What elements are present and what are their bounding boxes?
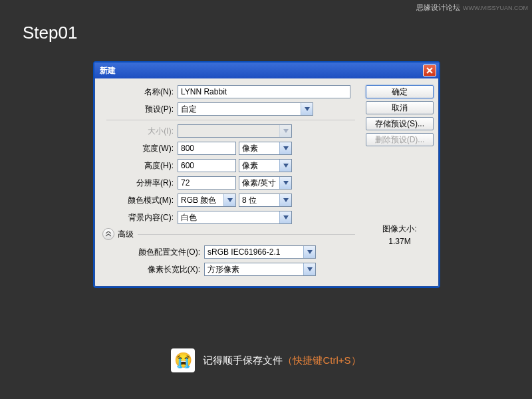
cancel-button[interactable]: 取消 (366, 101, 434, 114)
step-label: Step01 (23, 23, 77, 43)
chevron-down-icon (279, 125, 291, 137)
footer-tip: 😭 记得顺手保存文件（快捷键Ctrl+S） (0, 348, 532, 372)
name-label: 名称(N): (94, 86, 178, 98)
chevron-down-icon (279, 142, 291, 154)
advanced-label: 高级 (118, 229, 134, 240)
close-icon (426, 67, 433, 74)
chevron-down-icon (223, 194, 235, 206)
preset-select[interactable]: 自定 (178, 102, 313, 116)
dialog-title: 新建 (100, 65, 116, 76)
height-label: 高度(H): (94, 160, 178, 172)
chevron-down-icon (279, 160, 291, 172)
pixelaspect-select[interactable]: 方形像素 (204, 263, 316, 276)
titlebar: 新建 (94, 63, 439, 78)
delete-preset-button: 删除预设(D)... (366, 133, 434, 146)
size-select (178, 124, 292, 138)
image-size-info: 图像大小: 1.37M (366, 223, 434, 248)
colorprofile-select[interactable]: sRGB IEC61966-2.1 (204, 245, 316, 259)
save-preset-button[interactable]: 存储预设(S)... (366, 117, 434, 130)
resolution-label: 分辨率(R): (94, 178, 178, 189)
height-input[interactable] (178, 159, 236, 172)
colorbits-select[interactable]: 8 位 (239, 194, 292, 207)
close-button[interactable] (423, 65, 436, 76)
chevron-down-icon (301, 103, 313, 115)
chevron-down-icon (303, 263, 315, 275)
resolution-input[interactable] (178, 176, 236, 190)
advanced-toggle[interactable] (102, 228, 114, 240)
colormode-select[interactable]: RGB 颜色 (178, 194, 236, 207)
watermark: 思缘设计论坛WWW.MISSYUAN.COM (416, 3, 528, 13)
width-label: 宽度(W): (94, 143, 178, 154)
bgcontent-label: 背景内容(C): (94, 212, 178, 223)
crying-face-icon: 😭 (171, 348, 195, 372)
name-input[interactable] (178, 85, 350, 98)
resolution-unit-select[interactable]: 像素/英寸 (239, 176, 292, 190)
chevron-down-icon (303, 246, 315, 258)
double-chevron-up-icon (106, 231, 111, 237)
size-label: 大小(I): (94, 126, 178, 137)
height-unit-select[interactable]: 像素 (239, 159, 292, 172)
width-input[interactable] (178, 142, 236, 155)
new-document-dialog: 新建 名称(N): 预设(P): 自定 大小(I): (93, 61, 440, 288)
preset-label: 预设(P): (94, 104, 178, 115)
colorprofile-label: 颜色配置文件(O): (94, 247, 204, 258)
bgcontent-select[interactable]: 白色 (178, 211, 292, 224)
chevron-down-icon (279, 194, 291, 206)
pixelaspect-label: 像素长宽比(X): (94, 264, 204, 275)
colormode-label: 颜色模式(M): (94, 195, 178, 206)
width-unit-select[interactable]: 像素 (239, 142, 292, 155)
chevron-down-icon (279, 211, 291, 223)
ok-button[interactable]: 确定 (366, 85, 434, 98)
chevron-down-icon (279, 177, 291, 189)
